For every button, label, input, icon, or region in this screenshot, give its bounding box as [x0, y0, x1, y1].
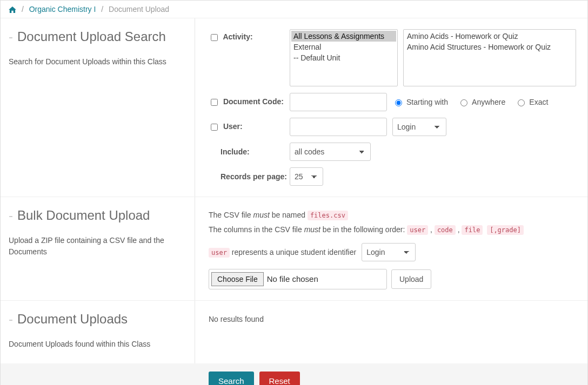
- radio-anywhere[interactable]: Anywhere: [458, 98, 505, 106]
- upload-button[interactable]: Upload: [391, 269, 431, 289]
- footer-actions: Search Reset: [1, 363, 587, 385]
- activity-checkbox[interactable]: [211, 34, 218, 41]
- search-button[interactable]: Search: [209, 372, 254, 385]
- breadcrumb-home-link[interactable]: [9, 5, 18, 13]
- user-checkbox[interactable]: [211, 124, 218, 131]
- choose-file-button[interactable]: Choose File: [211, 272, 264, 286]
- section-search-title: -Document Upload Search: [9, 29, 186, 44]
- activity-option[interactable]: All Lessons & Assignments: [291, 31, 396, 42]
- activity-label: Activity:: [223, 32, 252, 41]
- section-bulk-desc: Upload a ZIP file containing a CSV file …: [9, 235, 186, 258]
- file-status-text: No file chosen: [267, 272, 318, 287]
- radio-exact[interactable]: Exact: [515, 98, 548, 106]
- include-select[interactable]: all codes: [290, 143, 371, 161]
- breadcrumb: / Organic Chemistry I / Document Upload: [1, 1, 587, 18]
- bulk-user-rep-row: user represents a unique student identif…: [209, 243, 579, 261]
- breadcrumb-current: Document Upload: [109, 5, 169, 13]
- rpp-select[interactable]: 25: [290, 167, 323, 186]
- section-uploads-title: -Document Uploads: [9, 312, 186, 327]
- rpp-label: Records per page:: [220, 172, 287, 181]
- radio-anywhere-input[interactable]: [460, 99, 467, 106]
- section-uploads-desc: Document Uploads found within this Class: [9, 339, 186, 350]
- activity-option[interactable]: -- Default Unit: [291, 52, 396, 63]
- reset-button[interactable]: Reset: [259, 372, 300, 385]
- file-input-box[interactable]: Choose File No file chosen: [209, 269, 387, 289]
- breadcrumb-course-link[interactable]: Organic Chemistry I: [29, 5, 96, 13]
- user-type-select[interactable]: Login: [392, 118, 446, 136]
- include-label: Include:: [220, 147, 250, 156]
- user-input[interactable]: [290, 118, 387, 136]
- radio-exact-input[interactable]: [518, 99, 525, 106]
- code-col-file: file: [462, 225, 483, 235]
- code-col-user: user: [407, 225, 428, 235]
- code-user-rep: user: [209, 248, 230, 258]
- user-rep-text: represents a unique student identifier: [232, 248, 356, 256]
- radio-starting-input[interactable]: [395, 99, 402, 106]
- user-label: User:: [223, 122, 243, 131]
- doc-code-checkbox[interactable]: [211, 99, 218, 106]
- bulk-user-type-select[interactable]: Login: [362, 243, 416, 261]
- radio-starting-with[interactable]: Starting with: [392, 98, 448, 106]
- no-results-text: No results found: [209, 312, 579, 323]
- breadcrumb-separator: /: [98, 5, 106, 13]
- code-col-grade: [,grade]: [487, 225, 524, 235]
- bulk-line-1: The CSV file must be named files.csv: [209, 208, 579, 222]
- section-bulk-title: -Bulk Document Upload: [9, 208, 186, 223]
- assignment-option[interactable]: Amino Acids - Homework or Quiz: [405, 31, 574, 42]
- activity-select[interactable]: All Lessons & Assignments External -- De…: [290, 29, 398, 86]
- section-search-desc: Search for Document Uploads within this …: [9, 56, 186, 67]
- doc-code-input[interactable]: [290, 93, 387, 111]
- doc-code-label: Document Code:: [223, 97, 284, 106]
- assignment-select[interactable]: Amino Acids - Homework or Quiz Amino Aci…: [403, 29, 576, 86]
- bulk-line-2: The columns in the CSV file must be in t…: [209, 222, 579, 237]
- code-col-code: code: [435, 225, 456, 235]
- assignment-option[interactable]: Amino Acid Structures - Homework or Quiz: [405, 42, 574, 52]
- code-filename: files.csv: [308, 211, 348, 220]
- breadcrumb-separator: /: [18, 5, 27, 13]
- activity-option[interactable]: External: [291, 42, 396, 52]
- home-icon: [9, 6, 16, 13]
